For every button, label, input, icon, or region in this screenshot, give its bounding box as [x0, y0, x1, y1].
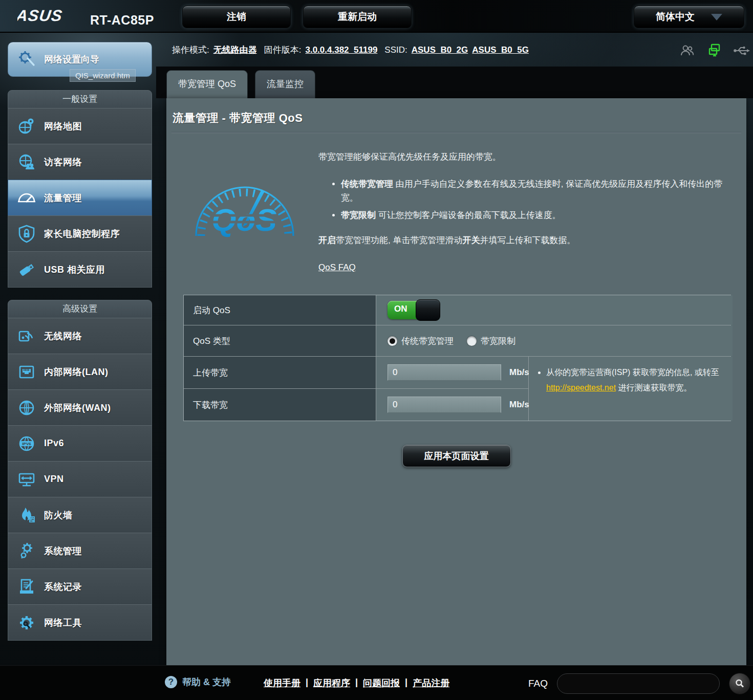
help-support-label: 帮助 & 支持: [182, 676, 231, 688]
faq-search-button[interactable]: [729, 673, 750, 694]
wizard-gear-icon: [16, 48, 37, 71]
vpn-icon: [15, 470, 38, 489]
sidebar-item-wan[interactable]: 外部网络(WAN): [8, 389, 152, 426]
radio-traditional-qos[interactable]: 传统带宽管理: [388, 335, 454, 347]
ssid-5g-link[interactable]: ASUS_B0_5G: [472, 45, 529, 55]
intro-paragraph-2: 开启带宽管理功能, 单击带宽管理滑动开关并填写上传和下载数据。: [318, 233, 733, 247]
apply-row: 应用本页面设置: [166, 445, 746, 467]
usb-application-icon: [15, 260, 38, 279]
network-devices-icon[interactable]: [706, 43, 722, 58]
wireless-icon: [15, 326, 38, 346]
traffic-manager-icon: [15, 188, 38, 208]
language-dropdown[interactable]: 简体中文: [634, 6, 744, 28]
qos-gauge-logo: QoS: [187, 164, 302, 274]
radio-unchecked-icon[interactable]: [467, 336, 477, 346]
manual-link[interactable]: 使用手册: [264, 677, 300, 689]
status-header: 操作模式: 无线路由器 固件版本: 3.0.0.4.382_51199 SSID…: [172, 44, 529, 56]
sidebar-item-label: 系统管理: [44, 545, 82, 557]
sidebar-item-wireless[interactable]: 无线网络: [8, 318, 152, 354]
ssid-2g-link[interactable]: ASUS_B0_2G: [412, 45, 468, 55]
tab-traffic-monitor[interactable]: 流量监控: [255, 70, 315, 99]
link-url-tooltip: QIS_wizard.htm: [70, 69, 136, 82]
sidebar-item-administration[interactable]: 系统管理: [8, 533, 152, 569]
title-divider: [171, 132, 741, 133]
qos-type-radio-group: 传统带宽管理 带宽限制: [388, 335, 515, 347]
sidebar-item-usb-application[interactable]: USB 相关应用: [8, 251, 152, 288]
sidebar-item-network-tools[interactable]: 网络工具: [8, 604, 152, 641]
lan-icon: [15, 362, 38, 382]
enable-qos-cell: ON: [376, 295, 733, 325]
radio-bandwidth-limiter[interactable]: 带宽限制: [467, 335, 515, 347]
wan-icon: [15, 398, 38, 418]
qos-faq-link[interactable]: QoS FAQ: [318, 260, 356, 274]
sidebar-item-label: 流量管理: [44, 192, 82, 204]
sidebar-item-parental-controls[interactable]: 家长电脑控制程序: [8, 215, 152, 252]
reboot-button[interactable]: 重新启动: [303, 6, 412, 28]
usb-status-icon[interactable]: [733, 44, 750, 57]
upload-bandwidth-label: 上传带宽: [184, 357, 376, 388]
sidebar-item-vpn[interactable]: VPN: [8, 461, 152, 497]
intro-bullets: 传统带宽管理 由用户手动自定义参数在有线及无线连接时, 保证高优先级应用及程序传…: [341, 177, 733, 222]
chevron-down-icon: [711, 14, 722, 20]
registration-link[interactable]: 产品注册: [413, 677, 449, 689]
logout-button[interactable]: 注销: [182, 6, 291, 28]
svg-text:IPV6: IPV6: [22, 442, 31, 446]
sidebar-item-label: 无线网络: [44, 330, 82, 342]
sidebar-section-general: 一般设置: [8, 90, 152, 108]
fw-label: 固件版本:: [264, 44, 302, 56]
isp-note-cell: 从你的宽带运营商(ISP) 获取带宽的信息, 或转至 http://speedt…: [529, 357, 733, 421]
utility-link[interactable]: 应用程序: [313, 677, 350, 689]
download-bandwidth-cell: Mb/s: [376, 389, 528, 421]
feedback-link[interactable]: 问题回报: [363, 677, 400, 689]
op-mode-link[interactable]: 无线路由器: [213, 44, 257, 56]
faq-search-input[interactable]: [557, 673, 720, 694]
radio-checked-icon[interactable]: [388, 336, 397, 346]
download-bandwidth-label: 下载带宽: [184, 389, 376, 421]
ssid-label: SSID:: [384, 45, 407, 55]
administration-icon: [15, 541, 38, 561]
tabs: 带宽管理 QoS 流量监控: [166, 70, 315, 99]
clients-people-icon[interactable]: [680, 43, 695, 58]
sidebar-item-traffic-manager[interactable]: 流量管理: [8, 180, 152, 216]
bullet-traditional-qos: 传统带宽管理 由用户手动自定义参数在有线及无线连接时, 保证高优先级应用及程序传…: [341, 177, 733, 205]
tab-qos[interactable]: 带宽管理 QoS: [166, 70, 248, 99]
help-support-block[interactable]: ? 帮助 & 支持: [165, 676, 231, 688]
intro-paragraph-1: 带宽管理能够保证高优先级任务及应用的带宽。: [318, 150, 733, 164]
link-separator: |: [405, 677, 407, 689]
sidebar-item-guest-network[interactable]: 访客网络: [8, 144, 152, 180]
link-separator: |: [355, 677, 358, 689]
qos-type-label: QoS 类型: [184, 325, 376, 356]
enable-qos-label: 启动 QoS: [184, 295, 376, 325]
download-bandwidth-input[interactable]: [388, 397, 501, 413]
firewall-icon: [15, 506, 38, 525]
sidebar-item-label: USB 相关应用: [44, 264, 105, 276]
sidebar-item-label: 家长电脑控制程序: [44, 228, 120, 240]
sidebar-item-label: 网络工具: [44, 617, 82, 629]
sidebar-item-label: 网络设置向导: [44, 53, 99, 65]
sidebar-item-quick-setup-wizard[interactable]: 网络设置向导 QIS_wizard.htm: [8, 42, 152, 77]
ipv6-icon: IPV6: [15, 434, 38, 453]
fw-version-link[interactable]: 3.0.0.4.382_51199: [305, 45, 377, 55]
upload-bandwidth-input[interactable]: [388, 364, 501, 381]
qos-toggle-state: ON: [394, 304, 407, 314]
sidebar-item-network-map[interactable]: 网络地图: [8, 108, 152, 144]
network-map-icon: [15, 117, 38, 136]
apply-button[interactable]: 应用本页面设置: [402, 445, 511, 467]
sidebar-item-system-log[interactable]: 系统记录: [8, 568, 152, 605]
sidebar: 网络设置向导 QIS_wizard.htm 一般设置 网络地图 访客: [8, 42, 152, 641]
asus-logo: ASUS: [17, 7, 81, 25]
faq-label: FAQ: [528, 678, 548, 689]
sidebar-item-label: 网络地图: [44, 120, 82, 133]
sidebar-item-label: 外部网络(WAN): [44, 402, 111, 414]
content-panel: 流量管理 - 带宽管理 QoS QoS 带宽管理能够保证高优先级: [166, 98, 746, 665]
sidebar-item-ipv6[interactable]: IPV6 IPv6: [8, 425, 152, 462]
asus-logo-text: ASUS: [17, 7, 63, 25]
sidebar-item-lan[interactable]: 内部网络(LAN): [8, 354, 152, 390]
link-separator: |: [306, 677, 308, 689]
qos-toggle[interactable]: ON: [388, 301, 439, 319]
sidebar-item-firewall[interactable]: 防火墙: [8, 497, 152, 533]
language-label: 简体中文: [656, 6, 695, 28]
speedtest-link[interactable]: http://speedtest.net: [546, 383, 616, 392]
qos-toggle-knob[interactable]: [416, 299, 440, 321]
download-unit: Mb/s: [509, 400, 529, 410]
